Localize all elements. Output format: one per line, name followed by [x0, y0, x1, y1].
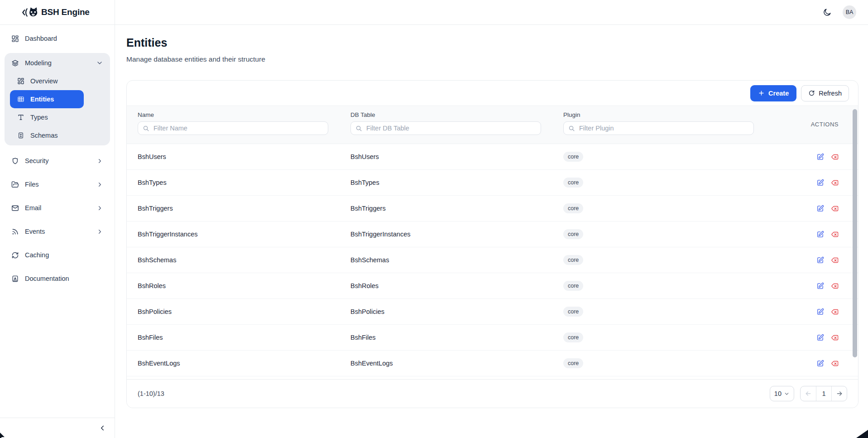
prev-page-button[interactable]: [801, 386, 816, 401]
plugin-badge: core: [563, 307, 583, 317]
edit-icon[interactable]: [816, 153, 824, 161]
delete-icon[interactable]: [831, 282, 839, 290]
delete-icon[interactable]: [831, 153, 839, 161]
entity-name: BshTypes: [138, 179, 350, 186]
schema-file-icon: [17, 132, 24, 139]
entity-db-table: BshPolicies: [350, 308, 563, 315]
sidebar-item-email[interactable]: Email: [5, 199, 110, 217]
delete-icon[interactable]: [831, 256, 839, 264]
sidebar-item-caching[interactable]: Caching: [5, 246, 110, 264]
corner-artifact: [856, 430, 868, 438]
chevron-right-icon: [96, 228, 103, 235]
edit-icon[interactable]: [816, 256, 824, 264]
sidebar-item-entities[interactable]: Entities: [10, 90, 84, 108]
rss-icon: [11, 228, 19, 236]
sidebar-item-documentation[interactable]: Documentation: [5, 270, 110, 288]
sidebar-item-dashboard[interactable]: Dashboard: [5, 29, 110, 48]
table-row: BshEventLogs BshEventLogs core: [127, 351, 858, 376]
entity-db-table: BshTypes: [350, 179, 563, 186]
delete-icon[interactable]: [831, 334, 839, 342]
entity-db-table: BshRoles: [350, 282, 563, 289]
refresh-button[interactable]: Refresh: [801, 85, 849, 101]
sidebar-item-types[interactable]: Types: [10, 108, 84, 126]
pager: 1: [800, 386, 847, 401]
sidebar-item-label: Email: [25, 204, 41, 212]
plugin-badge: core: [563, 229, 583, 239]
filter-db-table-input[interactable]: [350, 121, 541, 135]
entity-name: BshEventLogs: [138, 360, 350, 367]
layers-icon: [11, 59, 19, 67]
sidebar-item-overview[interactable]: Overview: [10, 72, 84, 90]
table-scrollbar-thumb[interactable]: [853, 109, 857, 357]
folder-icon: [11, 181, 19, 188]
column-label-db-table: DB Table: [350, 111, 563, 118]
entity-name: BshRoles: [138, 282, 350, 289]
sidebar-item-events[interactable]: Events: [5, 222, 110, 241]
table-icon: [17, 96, 24, 103]
card-toolbar: Create Refresh: [127, 81, 858, 106]
delete-icon[interactable]: [831, 205, 839, 212]
sidebar-item-label: Security: [25, 157, 48, 164]
shield-icon: [11, 157, 19, 165]
dark-mode-moon-icon[interactable]: [823, 8, 832, 17]
create-button[interactable]: Create: [750, 85, 796, 101]
edit-icon[interactable]: [816, 334, 824, 342]
table-row: BshPolicies BshPolicies core: [127, 299, 858, 325]
chevron-down-icon: [784, 391, 790, 397]
entity-db-table: BshFiles: [350, 334, 563, 341]
plugin-badge: core: [563, 358, 583, 368]
entity-db-table: BshTriggerInstances: [350, 231, 563, 238]
entity-name: BshSchemas: [138, 256, 350, 264]
edit-icon[interactable]: [816, 308, 824, 316]
sidebar-collapse-icon[interactable]: [98, 424, 106, 432]
entity-db-table: BshTriggers: [350, 205, 563, 212]
entities-card: Create Refresh Name DB Table Plugin: [126, 80, 858, 408]
chevron-right-icon: [96, 158, 103, 164]
sidebar-item-label: Dashboard: [25, 35, 57, 42]
sidebar: BSH Engine Dashboard Modeling Overview E…: [0, 0, 115, 438]
table-row: BshSchemas BshSchemas core: [127, 247, 858, 273]
column-label-plugin: Plugin: [563, 111, 780, 118]
sidebar-item-schemas[interactable]: Schemas: [10, 126, 84, 144]
edit-icon[interactable]: [816, 205, 824, 212]
next-page-button[interactable]: [831, 386, 847, 401]
edit-icon[interactable]: [816, 282, 824, 290]
entity-name: BshTriggers: [138, 205, 350, 212]
refresh-icon: [808, 90, 815, 96]
entity-db-table: BshUsers: [350, 153, 563, 160]
table-row: BshTypes BshTypes core: [127, 170, 858, 196]
table-row: BshTriggerInstances BshTriggerInstances …: [127, 221, 858, 247]
filter-plugin-input[interactable]: [563, 121, 754, 135]
brand-logo[interactable]: BSH Engine: [0, 0, 115, 25]
sidebar-item-files[interactable]: Files: [5, 175, 110, 193]
table-row: BshFiles BshFiles core: [127, 325, 858, 351]
filter-name-input[interactable]: [138, 121, 328, 135]
entity-name: BshUsers: [138, 153, 350, 160]
sidebar-item-security[interactable]: Security: [5, 152, 110, 170]
page-subtitle: Manage database entities and their struc…: [126, 55, 265, 63]
edit-icon[interactable]: [816, 231, 824, 238]
sidebar-item-label: Caching: [25, 251, 49, 259]
chevron-right-icon: [96, 205, 103, 212]
plugin-badge: core: [563, 203, 583, 213]
edit-icon[interactable]: [816, 179, 824, 187]
current-page[interactable]: 1: [816, 386, 831, 401]
sidebar-item-modeling[interactable]: Modeling: [5, 54, 110, 72]
edit-icon[interactable]: [816, 360, 824, 367]
column-label-actions: ACTIONS: [780, 111, 839, 137]
delete-icon[interactable]: [831, 231, 839, 238]
page-size-select[interactable]: 10: [770, 386, 794, 401]
delete-icon[interactable]: [831, 360, 839, 367]
delete-icon[interactable]: [831, 179, 839, 187]
table-row: BshRoles BshRoles core: [127, 273, 858, 299]
entity-name: BshFiles: [138, 334, 350, 341]
arrow-left-icon: [805, 390, 812, 397]
plugin-badge: core: [563, 152, 583, 162]
arrow-right-icon: [836, 390, 843, 397]
avatar[interactable]: BA: [843, 5, 856, 19]
plus-icon: [758, 90, 765, 96]
sidebar-footer: [0, 418, 115, 438]
delete-icon[interactable]: [831, 308, 839, 316]
plugin-badge: core: [563, 255, 583, 265]
sidebar-group-modeling: Modeling Overview Entities Types Schemas: [5, 53, 110, 145]
